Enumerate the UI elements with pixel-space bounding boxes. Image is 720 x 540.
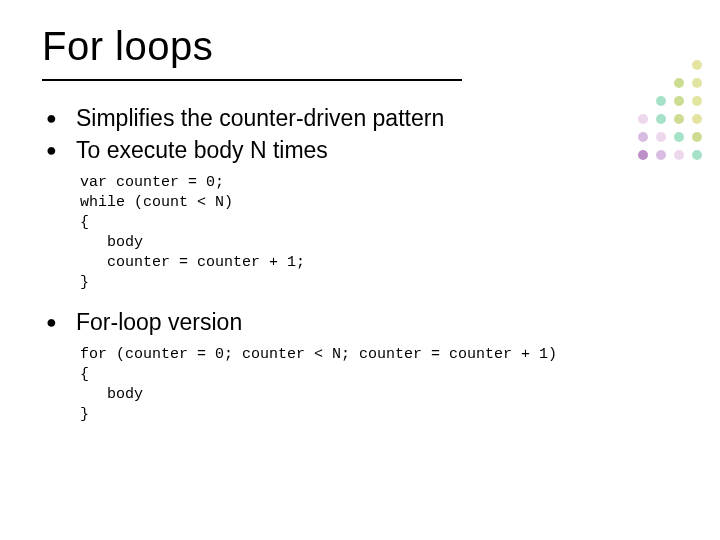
dot-icon [674, 150, 684, 160]
dot-icon [674, 132, 684, 142]
dot-icon [638, 150, 648, 160]
code-block-for: for (counter = 0; counter < N; counter =… [80, 345, 678, 425]
slide-title: For loops [42, 24, 678, 69]
bullet-text: Simplifies the counter-driven pattern [76, 103, 444, 133]
dot-icon [692, 60, 702, 70]
dot-icon [638, 132, 648, 142]
bullet-text: To execute body N times [76, 135, 328, 165]
dot-icon [692, 132, 702, 142]
bullet-icon: ● [42, 135, 76, 165]
slide: For loops ● Simplifies the counter-drive… [0, 0, 720, 540]
bullet-item: ● For-loop version [42, 307, 678, 337]
dot-icon [656, 132, 666, 142]
dot-icon [674, 114, 684, 124]
bullet-item: ● Simplifies the counter-driven pattern [42, 103, 678, 133]
dot-icon [638, 114, 648, 124]
slide-content: ● Simplifies the counter-driven pattern … [42, 103, 678, 425]
code-block-while: var counter = 0; while (count < N) { bod… [80, 173, 678, 293]
dot-icon [692, 114, 702, 124]
dot-icon [656, 96, 666, 106]
bullet-icon: ● [42, 307, 76, 337]
dot-icon [692, 150, 702, 160]
dot-icon [674, 78, 684, 88]
dot-icon [692, 78, 702, 88]
bullet-item: ● To execute body N times [42, 135, 678, 165]
corner-decoration [638, 60, 706, 164]
title-underline [42, 79, 462, 81]
dot-icon [674, 96, 684, 106]
dot-icon [656, 150, 666, 160]
bullet-icon: ● [42, 103, 76, 133]
bullet-text: For-loop version [76, 307, 242, 337]
dot-icon [656, 114, 666, 124]
dot-icon [692, 96, 702, 106]
